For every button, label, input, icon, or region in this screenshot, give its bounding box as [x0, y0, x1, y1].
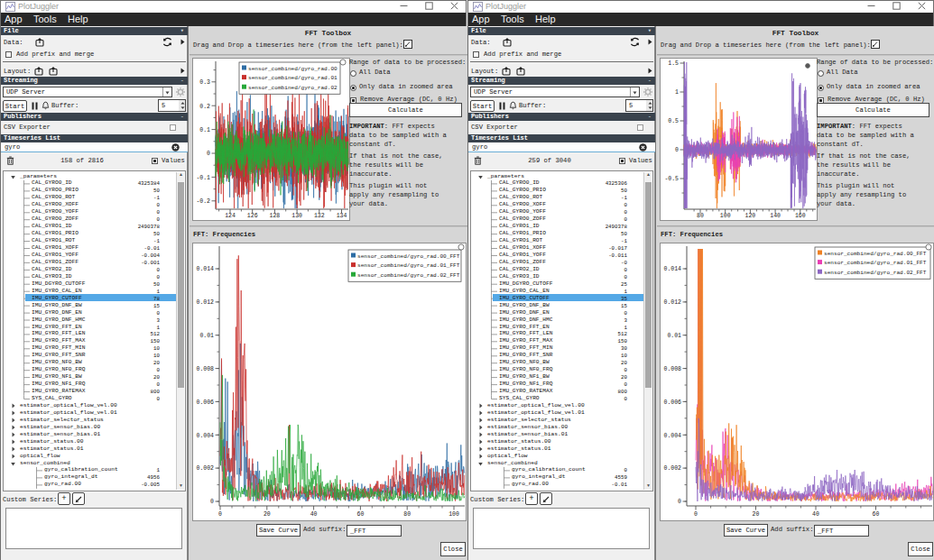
svg-text:126: 126 [247, 213, 258, 219]
svg-text:0: 0 [678, 499, 681, 505]
svg-text:80: 80 [403, 511, 411, 518]
svg-text:0.014: 0.014 [196, 266, 214, 272]
svg-text:-0.2: -0.2 [196, 198, 210, 205]
svg-text:124: 124 [225, 213, 236, 219]
svg-text:0.008: 0.008 [663, 366, 681, 372]
svg-text:0.1: 0.1 [199, 127, 210, 133]
svg-text:1: 1 [675, 89, 679, 96]
svg-text:0.006: 0.006 [663, 399, 681, 406]
svg-text:0.2: 0.2 [199, 104, 210, 110]
svg-text:0.004: 0.004 [196, 433, 214, 439]
svg-text:sensor_combined/gyro_rad.00: sensor_combined/gyro_rad.00 [248, 66, 338, 72]
svg-text:0.014: 0.014 [663, 266, 681, 272]
svg-text:120: 120 [745, 213, 756, 219]
svg-text:0: 0 [207, 151, 210, 157]
svg-text:sensor_combined/gyro_rad.01: sensor_combined/gyro_rad.01 [248, 75, 338, 81]
svg-text:0.002: 0.002 [663, 465, 681, 472]
svg-text:0: 0 [694, 511, 698, 518]
svg-text:sensor_combined/gyro_rad.01_FF: sensor_combined/gyro_rad.01_FFT [357, 262, 460, 269]
svg-text:0.012: 0.012 [196, 299, 214, 306]
svg-text:0: 0 [675, 147, 679, 153]
svg-text:20: 20 [753, 511, 760, 518]
svg-text:40: 40 [812, 511, 819, 518]
svg-text:1.5: 1.5 [668, 60, 679, 67]
svg-text:sensor_combined/gyro_rad.01_FF: sensor_combined/gyro_rad.01_FFT [824, 260, 927, 266]
svg-text:0.002: 0.002 [196, 465, 214, 472]
svg-text:140: 140 [770, 213, 781, 219]
svg-text:100: 100 [449, 511, 459, 518]
svg-text:0.004: 0.004 [663, 433, 681, 439]
svg-text:0: 0 [210, 499, 214, 505]
svg-text:0.008: 0.008 [196, 366, 214, 372]
svg-text:132: 132 [314, 213, 325, 219]
svg-text:160: 160 [795, 213, 806, 219]
svg-text:130: 130 [291, 213, 302, 219]
svg-text:80: 80 [697, 213, 704, 219]
svg-text:20: 20 [264, 511, 271, 518]
svg-text:sensor_combined/gyro_rad.00_FF: sensor_combined/gyro_rad.00_FFT [824, 251, 927, 257]
svg-text:0.012: 0.012 [663, 299, 681, 306]
svg-text:-0.5: -0.5 [664, 176, 679, 182]
svg-text:0.3: 0.3 [199, 79, 210, 86]
svg-text:0: 0 [218, 511, 222, 518]
svg-text:sensor_combined/gyro_rad.02_FF: sensor_combined/gyro_rad.02_FFT [824, 270, 927, 276]
svg-text:-0.1: -0.1 [196, 175, 210, 181]
svg-text:0.006: 0.006 [196, 399, 214, 406]
svg-text:128: 128 [270, 213, 281, 219]
svg-text:100: 100 [720, 213, 731, 219]
svg-text:60: 60 [356, 511, 364, 518]
svg-text:sensor_combined/gyro_rad.02_FF: sensor_combined/gyro_rad.02_FFT [357, 272, 460, 279]
svg-text:0.5: 0.5 [668, 118, 679, 124]
svg-text:0.01: 0.01 [199, 333, 214, 339]
svg-text:sensor_combined/gyro_rad.00_FF: sensor_combined/gyro_rad.00_FFT [357, 253, 460, 260]
svg-text:60: 60 [873, 511, 880, 518]
svg-text:134: 134 [337, 213, 347, 219]
svg-text:0.01: 0.01 [667, 333, 681, 339]
svg-text:sensor_combined/gyro_rad.02: sensor_combined/gyro_rad.02 [248, 85, 338, 91]
svg-text:40: 40 [310, 511, 318, 518]
